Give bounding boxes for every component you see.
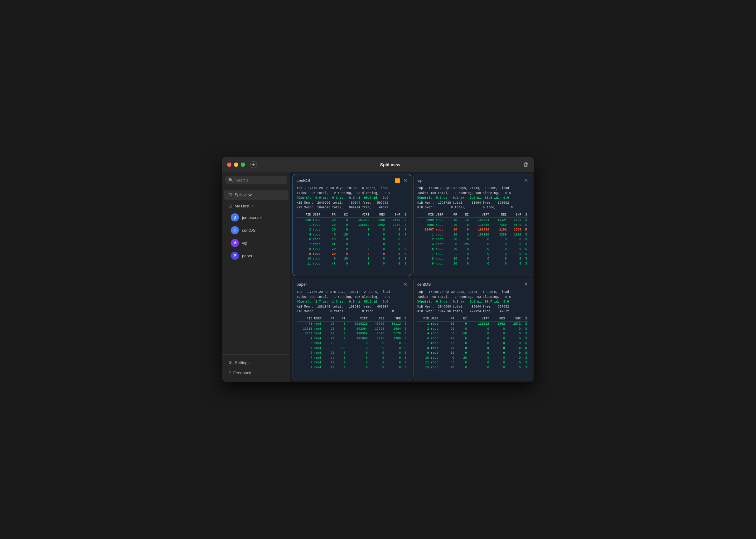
sidebar-item-feedback[interactable]: ? Feedback [224,368,288,378]
host-icon: ⊟ [228,203,232,208]
header-line-4: KiB Swap: 0 total, 0 free, 0 [297,309,407,314]
maximize-button[interactable] [241,163,245,167]
process-table: PID USER PR NI VIRT RES SHR S 4699 root … [417,212,528,267]
header-line-2: %Cpu(s): 0.0 us, 0.3 sy, 0.0 ni, 99.7 id… [417,299,528,304]
table-row: 2 root 20 0 0 0 0 S [417,327,528,332]
main-window: + Split view 🗑 🔍 ⊞ Split view ⊟ My [222,157,534,382]
table-row: 10 root 0 -20 0 0 0 S [417,355,528,360]
bottom-item-label: Feedback [233,370,251,375]
terminal-content: top – 17:40:20 up 30 days, 18:35, 6 user… [297,186,407,272]
search-input[interactable] [235,178,284,183]
sidebar-item-split-view[interactable]: ⊞ Split view [224,190,288,199]
panel-header: centOS 📶 ✕ [297,178,407,184]
close-icon[interactable]: ✕ [524,281,528,287]
table-header: PID USER PR NI VIRT RES SHR S [417,212,528,218]
panel-actions: ✕ [403,281,407,287]
table-header: PID USER PR NI VIRT RES SHR S [297,316,407,322]
wifi-icon: 📶 [395,178,400,183]
table-row: 7768 root 20 0 988568 7596 5176 S [297,331,407,336]
chevron-down-icon: ▾ [252,204,254,208]
host-items: J jumpserver C centOS V vip P paper [222,211,290,262]
close-icon[interactable]: ✕ [403,178,407,184]
settings-icon: ⚙ [228,360,232,365]
header-line-4: KiB Swap: 1049596 total, 999924 free, 49… [417,309,528,314]
header-line-0: top – 17:40:20 up 130 days, 21:13, 1 use… [417,186,528,191]
close-button[interactable] [227,163,231,167]
host-group-label[interactable]: ⊟ My Host ▾ [224,201,288,211]
terminal-panel-panel-centos-2[interactable]: centOS ✕ top – 17:40:20 up 30 days, 18:3… [413,278,532,380]
terminal-panel-panel-vip[interactable]: vip ✕ top – 17:40:20 up 130 days, 21:13,… [413,174,532,276]
table-row: 4 root 0 -20 0 0 0 S [417,331,528,336]
panel-title: centOS [297,178,310,183]
table-row: 11 root rt 0 0 0 0 S [417,360,528,365]
table-row: 1 root 20 0 191000 3288 1880 S [417,232,528,237]
close-icon[interactable]: ✕ [524,178,528,184]
panel-header: paper ✕ [297,281,407,287]
sidebar: 🔍 ⊞ Split view ⊟ My Host ▾ J jumpserver … [222,172,291,382]
minimize-button[interactable] [234,163,238,167]
table-row: 11 root rt 0 0 0 0 S [297,262,407,267]
sidebar-item-centos[interactable]: C centOS [226,224,288,236]
sidebar-item-paper[interactable]: P paper [226,250,288,262]
panel-header: vip ✕ [417,178,528,184]
table-row: 7 root rt 0 0 0 0 S [417,341,528,346]
table-header: PID USER PR NI VIRT RES SHR S [417,316,528,322]
table-row: 4 root 0 -20 0 0 0 S [417,242,528,247]
traffic-lights [227,163,245,167]
header-line-4: KiB Swap: 1049596 total, 999924 free, 49… [297,205,407,210]
sidebar-item-label: Split view [235,193,252,197]
terminal-panel-panel-centos-1[interactable]: centOS 📶 ✕ top – 17:40:20 up 30 days, 18… [293,174,412,276]
table-row: 7 root rt 0 0 0 0 S [297,242,407,247]
process-table: PID USER PR NI VIRT RES SHR S 1 root 20 … [417,316,528,370]
table-row: 6 root 20 0 0 0 0 S [417,247,528,252]
table-row: 4699 root 10 -10 180084 41304 6028 S [417,218,528,223]
table-row: 8 root 20 0 0 0 0 S [297,360,407,365]
trash-icon[interactable]: 🗑 [523,161,529,168]
header-line-1: Tasks: 95 total, 2 running, 93 sleeping,… [297,191,407,196]
header-line-3: KiB Mem : 1798728 total, 81564 free, 358… [417,200,528,205]
terminal-content: top – 17:40:20 up 876 days, 19:21, 2 use… [297,290,407,376]
header-line-4: KiB Swap: 0 total, 0 free, 0 [417,205,528,210]
table-row: 2 root 20 0 0 0 0 S [297,227,407,232]
panel-title: centOS [417,282,431,287]
table-row: 7 root rt 0 0 0 0 S [417,252,528,257]
table-row: 1 root 20 0 125512 2892 1872 S [417,322,528,327]
table-row: 8 root 20 0 0 0 0 S [417,346,528,351]
table-row: 8 root 20 0 0 0 0 S [297,247,407,252]
header-line-0: top – 17:40:20 up 30 days, 18:35, 6 user… [417,290,528,295]
search-bar[interactable]: 🔍 [225,176,287,184]
add-panel-button[interactable]: + [250,161,257,168]
table-row: 6 root 20 0 0 0 0 S [297,237,407,242]
panel-actions: ✕ [524,281,528,287]
host-group-name: My Host [235,204,250,208]
panel-actions: 📶 ✕ [395,178,407,184]
header-line-2: %Cpu(s): 0.0 us, 0.3 sy, 0.0 ni, 99.7 id… [297,195,407,200]
process-table: PID USER PR NI VIRT RES SHR S 4471 root … [297,316,407,370]
table-row: 7 root rt 0 0 0 0 S [297,355,407,360]
table-row: 6 root 20 0 0 0 0 S [417,336,528,341]
header-line-3: KiB Mem : 2046660 total, 89044 free, 597… [417,304,528,309]
avatar: V [231,239,239,247]
header-line-0: top – 17:40:20 up 30 days, 18:35, 6 user… [297,186,407,191]
table-row: 32467 root 20 0 161996 2192 1560 R [417,227,528,232]
table-row: 4 root 0 -20 0 0 0 S [297,232,407,237]
sidebar-nav: ⊞ Split view ⊟ My Host ▾ J jumpserver C … [222,188,290,354]
plus-icon: + [252,162,255,168]
sidebar-item-jumpserver[interactable]: J jumpserver [226,211,288,224]
panel-title: vip [417,178,422,183]
table-row: 9 root 20 0 0 0 0 S [417,350,528,355]
panel-title: paper [297,282,307,287]
sidebar-bottom: ⚙ Settings ? Feedback [222,354,290,382]
sidebar-item-vip[interactable]: V vip [226,237,288,249]
table-row: 4688 root 20 0 115368 7260 5140 S [417,223,528,228]
sidebar-item-settings[interactable]: ⚙ Settings [224,357,288,367]
terminal-content: top – 17:40:20 up 130 days, 21:13, 1 use… [417,186,528,272]
header-line-0: top – 17:40:20 up 876 days, 19:21, 2 use… [297,290,407,295]
table-row: 6 root 20 0 0 0 0 S [297,350,407,355]
header-line-1: Tasks: 95 total, 2 running, 93 sleeping,… [417,295,528,300]
avatar: J [231,213,239,221]
table-row: 1 root 20 0 191060 3896 2388 S [297,336,407,341]
table-row: 2 root 20 0 0 0 0 S [297,341,407,346]
terminal-panel-panel-paper[interactable]: paper ✕ top – 17:40:20 up 876 days, 19:2… [293,278,412,380]
close-icon[interactable]: ✕ [403,281,407,287]
